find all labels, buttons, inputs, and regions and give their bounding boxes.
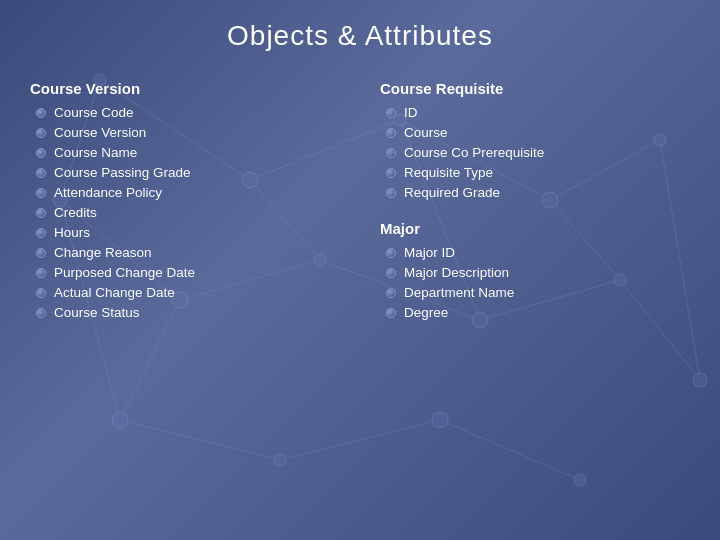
- left-column: Course Version Course Code Course Versio…: [30, 80, 340, 340]
- bullet-icon: [36, 268, 46, 278]
- columns-wrapper: Course Version Course Code Course Versio…: [30, 80, 690, 340]
- bullet-icon: [386, 148, 396, 158]
- list-item: Course Name: [30, 145, 340, 160]
- list-item: Attendance Policy: [30, 185, 340, 200]
- course-requisite-list: ID Course Course Co Prerequisite Requisi…: [380, 105, 690, 200]
- svg-line-12: [280, 420, 440, 460]
- right-column: Course Requisite ID Course Course Co Pre…: [380, 80, 690, 340]
- list-item: Course Passing Grade: [30, 165, 340, 180]
- major-list: Major ID Major Description Department Na…: [380, 245, 690, 320]
- list-item: Major ID: [380, 245, 690, 260]
- bullet-icon: [386, 308, 396, 318]
- main-content: Objects & Attributes Course Version Cour…: [0, 0, 720, 360]
- bullet-icon: [386, 248, 396, 258]
- list-item: Hours: [30, 225, 340, 240]
- bullet-icon: [36, 128, 46, 138]
- svg-point-32: [432, 412, 448, 428]
- bullet-icon: [386, 188, 396, 198]
- list-item: Department Name: [380, 285, 690, 300]
- course-version-list: Course Code Course Version Course Name C…: [30, 105, 340, 320]
- list-item: Purposed Change Date: [30, 265, 340, 280]
- list-item: Change Reason: [30, 245, 340, 260]
- list-item: Major Description: [380, 265, 690, 280]
- list-item: Course Status: [30, 305, 340, 320]
- bullet-icon: [36, 168, 46, 178]
- major-title: Major: [380, 220, 690, 237]
- list-item: Course: [380, 125, 690, 140]
- list-item: Credits: [30, 205, 340, 220]
- course-requisite-title: Course Requisite: [380, 80, 690, 97]
- bullet-icon: [386, 108, 396, 118]
- bullet-icon: [386, 268, 396, 278]
- svg-line-13: [440, 420, 580, 480]
- list-item: Course Version: [30, 125, 340, 140]
- svg-point-29: [693, 373, 707, 387]
- bullet-icon: [36, 308, 46, 318]
- svg-point-33: [574, 474, 586, 486]
- list-item: Requisite Type: [380, 165, 690, 180]
- svg-point-30: [112, 412, 128, 428]
- course-version-title: Course Version: [30, 80, 340, 97]
- bullet-icon: [36, 148, 46, 158]
- bullet-icon: [36, 108, 46, 118]
- bullet-icon: [386, 168, 396, 178]
- page-title: Objects & Attributes: [30, 20, 690, 52]
- list-item: Course Co Prerequisite: [380, 145, 690, 160]
- bullet-icon: [36, 208, 46, 218]
- bullet-icon: [36, 188, 46, 198]
- bullet-icon: [386, 288, 396, 298]
- svg-line-11: [120, 420, 280, 460]
- bullet-icon: [36, 248, 46, 258]
- svg-point-31: [274, 454, 286, 466]
- bullet-icon: [386, 128, 396, 138]
- list-item: ID: [380, 105, 690, 120]
- list-item: Actual Change Date: [30, 285, 340, 300]
- list-item: Required Grade: [380, 185, 690, 200]
- list-item: Course Code: [30, 105, 340, 120]
- list-item: Degree: [380, 305, 690, 320]
- bullet-icon: [36, 288, 46, 298]
- bullet-icon: [36, 228, 46, 238]
